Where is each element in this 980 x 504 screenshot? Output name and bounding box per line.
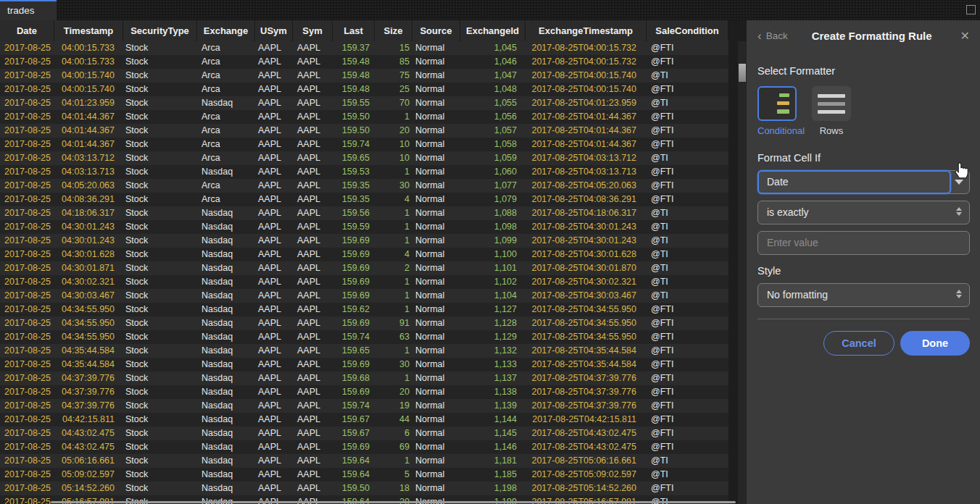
table-row[interactable]: 2017-08-2504:37:39.776StockNasdaqAAPLAAP… [0, 385, 728, 399]
cell-exchange: Arca [197, 69, 255, 83]
cell-timestamp: 04:08:36.291 [54, 193, 123, 206]
tab-trades[interactable]: trades [0, 0, 57, 20]
column-header-source[interactable]: Source [412, 20, 460, 41]
create-formatting-rule-panel: ‹ Back Create Formatting Rule ✕ Select F… [747, 20, 980, 504]
table-row[interactable]: 2017-08-2504:00:15.733StockArcaAAPLAAPL1… [0, 41, 728, 55]
table-row[interactable]: 2017-08-2504:34:55.950StockNasdaqAAPLAAP… [0, 330, 728, 344]
table-row[interactable]: 2017-08-2504:08:36.291StockArcaAAPLAAPL1… [0, 193, 728, 206]
cell-sym: AAPL [293, 482, 333, 495]
formatter-option-conditional[interactable]: Conditional [757, 86, 797, 136]
column-header-exchangetimestamp[interactable]: ExchangeTimestamp [526, 20, 647, 41]
cell-exchangetimestamp: 2017-08-25T04:05:20.063 [526, 179, 647, 193]
table-row[interactable]: 2017-08-2504:30:01.243StockNasdaqAAPLAAP… [0, 220, 728, 234]
column-header-exchange[interactable]: Exchange [197, 20, 255, 41]
table-row[interactable]: 2017-08-2504:00:15.740StockArcaAAPLAAPL1… [0, 69, 728, 83]
cell-date: 2017-08-25 [0, 427, 54, 440]
cell-exchange: Nasdaq [197, 482, 255, 495]
table-row[interactable]: 2017-08-2504:03:13.713StockNasdaqAAPLAAP… [0, 165, 728, 179]
table-row[interactable]: 2017-08-2504:42:15.811StockNasdaqAAPLAAP… [0, 413, 728, 427]
cell-securitytype: Stock [123, 427, 197, 440]
column-header-usym[interactable]: USym [255, 20, 293, 41]
trades-table: DateTimestampSecurityTypeExchangeUSymSym… [0, 20, 747, 504]
cell-timestamp: 04:30:02.321 [54, 275, 123, 289]
format-cell-if-label: Format Cell If [757, 152, 970, 164]
table-row[interactable]: 2017-08-2504:30:03.467StockNasdaqAAPLAAP… [0, 289, 728, 303]
column-select-value[interactable]: Date [757, 170, 951, 194]
vertical-scrollbar-thumb[interactable] [739, 64, 746, 82]
back-button[interactable]: ‹ Back [757, 30, 788, 41]
cell-timestamp: 04:30:01.243 [54, 234, 123, 248]
cell-usym: AAPL [255, 413, 293, 427]
done-button[interactable]: Done [900, 331, 970, 356]
table-row[interactable]: 2017-08-2504:30:01.871StockNasdaqAAPLAAP… [0, 261, 728, 275]
cell-exchange: Nasdaq [197, 427, 255, 440]
close-icon[interactable]: ✕ [956, 29, 970, 43]
cell-last: 159.69 [333, 289, 375, 303]
column-select[interactable]: Date [757, 170, 970, 194]
vertical-scrollbar[interactable] [738, 41, 747, 504]
table-row[interactable]: 2017-08-2504:35:44.584StockNasdaqAAPLAAP… [0, 344, 728, 358]
column-header-size[interactable]: Size [375, 20, 412, 41]
value-input-placeholder: Enter value [767, 237, 818, 248]
select-updown-icon [956, 290, 962, 298]
table-row[interactable]: 2017-08-2504:35:44.584StockNasdaqAAPLAAP… [0, 358, 728, 371]
column-select-arrow-button[interactable] [948, 170, 970, 194]
table-row[interactable]: 2017-08-2504:01:44.367StockArcaAAPLAAPL1… [0, 124, 728, 138]
table-row[interactable]: 2017-08-2504:01:44.367StockArcaAAPLAAPL1… [0, 138, 728, 151]
cancel-button[interactable]: Cancel [823, 331, 894, 356]
style-select[interactable]: No formatting [757, 283, 970, 307]
cell-securitytype: Stock [123, 482, 197, 495]
table-row[interactable]: 2017-08-2504:34:55.950StockNasdaqAAPLAAP… [0, 303, 728, 316]
cell-date: 2017-08-25 [0, 413, 54, 427]
cell-exchangeid: 1,079 [460, 193, 526, 206]
column-header-timestamp[interactable]: Timestamp [54, 20, 123, 41]
table-row[interactable]: 2017-08-2504:30:01.628StockNasdaqAAPLAAP… [0, 248, 728, 261]
column-header-date[interactable]: Date [0, 20, 54, 41]
table-row[interactable]: 2017-08-2504:00:15.733StockArcaAAPLAAPL1… [0, 55, 728, 69]
table-row[interactable]: 2017-08-2504:30:02.321StockNasdaqAAPLAAP… [0, 275, 728, 289]
table-row[interactable]: 2017-08-2504:18:06.317StockNasdaqAAPLAAP… [0, 206, 728, 220]
horizontal-scrollbar-thumb[interactable] [51, 501, 736, 503]
cell-exchangetimestamp: 2017-08-25T04:34:55.950 [526, 316, 647, 330]
horizontal-scrollbar[interactable] [0, 500, 747, 504]
table-row[interactable]: 2017-08-2504:30:01.243StockNasdaqAAPLAAP… [0, 234, 728, 248]
condition-select[interactable]: is exactly [757, 201, 970, 224]
cell-exchangetimestamp: 2017-08-25T04:01:23.959 [526, 96, 647, 110]
cell-exchangeid: 1,077 [460, 179, 526, 193]
cell-sym: AAPL [293, 165, 333, 179]
cell-timestamp: 04:03:13.713 [54, 165, 123, 179]
cell-exchangeid: 1,104 [460, 289, 526, 303]
cell-securitytype: Stock [123, 96, 197, 110]
table-row[interactable]: 2017-08-2505:06:16.661StockNasdaqAAPLAAP… [0, 454, 728, 468]
formatter-option-rows[interactable]: Rows [812, 86, 851, 136]
table-row[interactable]: 2017-08-2505:14:52.260StockNasdaqAAPLAAP… [0, 482, 728, 495]
cell-sym: AAPL [293, 124, 333, 138]
cell-salecondition: @TI [647, 96, 728, 110]
table-row[interactable]: 2017-08-2504:34:55.950StockNasdaqAAPLAAP… [0, 316, 728, 330]
column-header-salecondition[interactable]: SaleCondition [647, 20, 728, 41]
table-row[interactable]: 2017-08-2504:00:15.740StockArcaAAPLAAPL1… [0, 83, 728, 96]
cell-usym: AAPL [255, 138, 293, 151]
cell-timestamp: 04:37:39.776 [54, 385, 123, 399]
table-row[interactable]: 2017-08-2504:05:20.063StockArcaAAPLAAPL1… [0, 179, 728, 193]
table-row[interactable]: 2017-08-2504:43:02.475StockNasdaqAAPLAAP… [0, 440, 728, 454]
cell-last: 159.50 [333, 124, 375, 138]
cell-securitytype: Stock [123, 138, 197, 151]
maximize-icon[interactable] [966, 5, 976, 14]
table-row[interactable]: 2017-08-2504:03:13.712StockArcaAAPLAAPL1… [0, 151, 728, 165]
table-row[interactable]: 2017-08-2504:01:23.959StockNasdaqAAPLAAP… [0, 96, 728, 110]
column-header-sym[interactable]: Sym [293, 20, 333, 41]
table-row[interactable]: 2017-08-2505:09:02.597StockNasdaqAAPLAAP… [0, 468, 728, 482]
column-header-securitytype[interactable]: SecurityType [123, 20, 197, 41]
column-header-last[interactable]: Last [333, 20, 375, 41]
cell-exchangeid: 1,129 [460, 330, 526, 344]
table-row[interactable]: 2017-08-2504:01:44.367StockArcaAAPLAAPL1… [0, 110, 728, 124]
value-input[interactable]: Enter value [757, 231, 970, 255]
cell-size: 6 [375, 427, 412, 440]
cell-date: 2017-08-25 [0, 275, 54, 289]
table-row[interactable]: 2017-08-2504:37:39.776StockNasdaqAAPLAAP… [0, 399, 728, 413]
table-row[interactable]: 2017-08-2504:43:02.475StockNasdaqAAPLAAP… [0, 427, 728, 440]
cell-usym: AAPL [255, 358, 293, 371]
table-row[interactable]: 2017-08-2504:37:39.776StockNasdaqAAPLAAP… [0, 371, 728, 385]
column-header-exchangeid[interactable]: ExchangeId [460, 20, 526, 41]
